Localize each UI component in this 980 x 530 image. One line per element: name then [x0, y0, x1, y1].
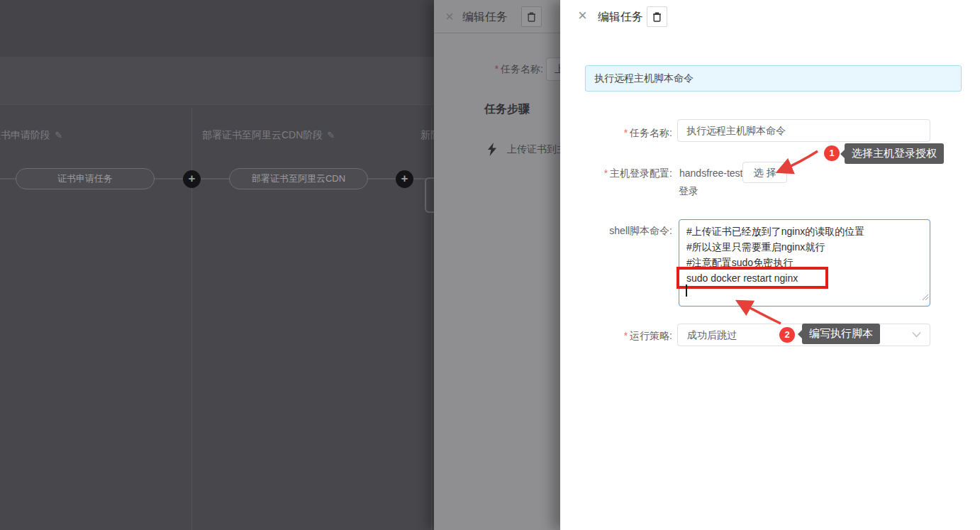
label-text: 任务名称: — [501, 63, 543, 74]
required-mark: * — [604, 167, 608, 179]
stage-title-2: 部署证书至阿里云CDN阶段✎ — [202, 129, 335, 142]
info-alert: 执行远程主机脚本命令 — [585, 65, 962, 92]
stage-title-text: 部署证书至阿里云CDN阶段 — [202, 129, 323, 140]
shell-line: #上传证书已经放到了nginx的读取的位置 — [686, 223, 923, 239]
drawer-title: 编辑任务 — [462, 10, 508, 25]
label-text: 主机登录配置: — [610, 167, 672, 179]
stage-divider — [431, 108, 432, 530]
task-step-item[interactable]: 上传证书到主 — [487, 143, 567, 156]
label-text: 运行策略: — [630, 330, 672, 341]
shell-line: sudo docker restart nginx — [686, 270, 923, 286]
required-mark: * — [624, 127, 628, 138]
edit-pencil-icon[interactable]: ✎ — [55, 130, 62, 140]
run-strategy-label: *运行策略: — [560, 330, 672, 343]
stage-title-1: 证书申请阶段✎ — [0, 129, 62, 142]
required-mark: * — [624, 330, 628, 341]
trash-icon[interactable] — [647, 6, 667, 27]
host-login-value: handsfree-test — [679, 167, 743, 179]
shell-script-label: shell脚本命令: — [560, 225, 672, 238]
task-name-label: *任务名称: — [434, 63, 543, 76]
drawer-title: 编辑任务 — [598, 10, 643, 25]
edit-pencil-icon[interactable]: ✎ — [327, 130, 335, 140]
add-task-button[interactable]: + — [396, 170, 413, 188]
run-strategy-select[interactable]: 成功后跳过 — [677, 324, 930, 346]
close-icon[interactable]: × — [445, 8, 454, 25]
selected-option: 成功后跳过 — [687, 329, 737, 342]
label-text: 任务名称: — [630, 127, 672, 138]
task-name-label: *任务名称: — [560, 127, 672, 140]
add-task-button[interactable]: + — [183, 170, 201, 188]
label-text: shell脚本命令: — [609, 225, 672, 236]
shell-line: #注意配置sudo免密执行 — [686, 255, 923, 270]
task-steps-heading: 任务步骤 — [484, 102, 530, 117]
required-mark: * — [495, 63, 499, 74]
step-label: 上传证书到主 — [507, 143, 567, 156]
resize-grip-icon[interactable] — [921, 289, 928, 304]
app-page: 证书申请阶段✎ 部署证书至阿里云CDN阶段✎ 新阶段 证书申请任务 + 部署证书… — [0, 0, 980, 530]
task-card-cert-apply[interactable]: 证书申请任务 — [16, 168, 155, 189]
task-card-deploy-cdn[interactable]: 部署证书至阿里云CDN — [229, 168, 368, 189]
choose-host-button[interactable]: 选 择 — [742, 162, 787, 183]
close-icon[interactable]: × — [578, 7, 587, 24]
task-name-input[interactable]: 执行远程主机脚本命令 — [677, 119, 930, 142]
stage-title-text: 证书申请阶段 — [0, 129, 50, 140]
host-login-value-wrap: 登录 — [679, 185, 698, 198]
front-drawer-edit-task: × 编辑任务 执行远程主机脚本命令 *任务名称: 执行远程主机脚本命令 *主机登… — [560, 0, 980, 530]
shell-line: #所以这里只需要重启nginx就行 — [686, 239, 923, 255]
chevron-down-icon — [912, 331, 921, 338]
shell-script-textarea[interactable]: #上传证书已经放到了nginx的读取的位置 #所以这里只需要重启nginx就行 … — [679, 219, 930, 307]
host-login-label: *主机登录配置: — [560, 167, 672, 180]
lightning-icon — [487, 143, 497, 156]
trash-icon[interactable] — [521, 6, 542, 27]
